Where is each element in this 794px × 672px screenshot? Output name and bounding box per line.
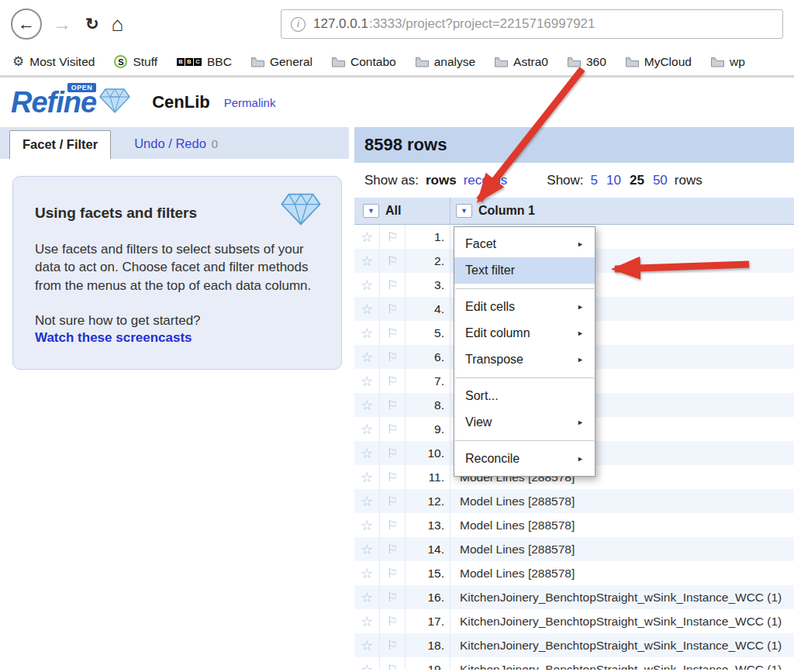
flag-icon[interactable]: ⚐	[380, 273, 406, 297]
flag-icon[interactable]: ⚐	[380, 441, 406, 465]
bookmark-360[interactable]: 360	[568, 55, 606, 69]
show-as-rows[interactable]: rows	[426, 173, 457, 188]
star-icon[interactable]: ☆	[354, 513, 380, 537]
screencasts-link[interactable]: Watch these screencasts	[35, 330, 192, 345]
flag-icon[interactable]: ⚐	[380, 609, 406, 633]
submenu-arrow-icon: ►	[577, 356, 584, 364]
bookmark-stuff[interactable]: SStuff	[114, 55, 157, 69]
column1-label: Column 1	[478, 204, 535, 218]
url-bar[interactable]: i 127.0.0.1:3333/project?project=2215716…	[281, 9, 783, 39]
star-icon[interactable]: ☆	[354, 369, 380, 393]
reload-button[interactable]: ↻	[85, 15, 99, 33]
all-dropdown-button[interactable]: ▼	[363, 204, 379, 218]
bookmark-general[interactable]: General	[251, 55, 312, 69]
flag-icon[interactable]: ⚐	[380, 513, 406, 537]
flag-icon[interactable]: ⚐	[380, 537, 406, 561]
star-icon[interactable]: ☆	[354, 225, 380, 249]
page-size-5[interactable]: 5	[591, 173, 598, 188]
flag-icon[interactable]: ⚐	[380, 657, 406, 670]
flag-icon[interactable]: ⚐	[380, 369, 406, 393]
bookmark-most-visited[interactable]: ⚙Most Visited	[12, 53, 95, 70]
star-icon[interactable]: ☆	[354, 393, 380, 417]
tab-undo-redo[interactable]: Undo / Redo 0	[134, 130, 218, 159]
menu-item-transpose[interactable]: Transpose►	[454, 346, 595, 373]
menu-item-edit-column[interactable]: Edit column►	[454, 320, 595, 346]
flag-icon[interactable]: ⚐	[380, 393, 406, 417]
table-row: ☆⚐16.KitchenJoinery_BenchtopStraight_wSi…	[354, 585, 794, 609]
flag-icon[interactable]: ⚐	[380, 321, 406, 345]
menu-item-label: View	[465, 415, 492, 429]
page-size-10[interactable]: 10	[606, 173, 621, 188]
tab-facet-filter[interactable]: Facet / Filter	[9, 130, 111, 159]
star-icon[interactable]: ☆	[354, 297, 380, 321]
star-icon[interactable]: ☆	[354, 441, 380, 465]
bookmark-contabo[interactable]: Contabo	[332, 55, 396, 69]
bookmark-analyse[interactable]: analyse	[416, 55, 475, 69]
menu-item-view[interactable]: View►	[454, 409, 595, 436]
star-icon[interactable]: ☆	[354, 537, 380, 561]
openrefine-logo[interactable]: Refine OPEN	[11, 86, 130, 119]
cell-value[interactable]: KitchenJoinery_BenchtopStraight_wSink_In…	[451, 633, 782, 657]
menu-item-sort[interactable]: Sort...	[454, 383, 595, 409]
cell-value[interactable]: Model Lines [288578]	[451, 489, 575, 513]
menu-item-text-filter[interactable]: Text filter	[454, 257, 595, 284]
cell-value[interactable]: Model Lines [288578]	[451, 513, 575, 537]
flag-icon[interactable]: ⚐	[380, 489, 406, 513]
star-icon[interactable]: ☆	[354, 417, 380, 441]
star-icon[interactable]: ☆	[354, 657, 380, 670]
flag-icon[interactable]: ⚐	[380, 417, 406, 441]
flag-icon[interactable]: ⚐	[380, 249, 406, 273]
star-icon[interactable]: ☆	[354, 561, 380, 585]
back-button[interactable]: ←	[11, 9, 42, 40]
menu-item-edit-cells[interactable]: Edit cells►	[454, 294, 595, 320]
star-icon[interactable]: ☆	[354, 585, 380, 609]
bookmark-wp[interactable]: wp	[711, 55, 745, 69]
bookmark-mycloud[interactable]: MyCloud	[626, 55, 692, 69]
menu-item-label: Sort...	[465, 389, 499, 403]
folder-icon	[568, 57, 581, 67]
flag-icon[interactable]: ⚐	[380, 633, 406, 657]
bookmark-astra0[interactable]: Astra0	[495, 55, 548, 69]
facet-panel-body: Using facets and filters Use facets and …	[0, 159, 354, 670]
flag-icon[interactable]: ⚐	[380, 465, 406, 489]
flag-icon[interactable]: ⚐	[380, 297, 406, 321]
flag-icon[interactable]: ⚐	[380, 585, 406, 609]
row-number: 17.	[406, 609, 451, 633]
gear-icon: ⚙	[12, 53, 24, 70]
menu-item-facet[interactable]: Facet►	[454, 231, 595, 257]
row-number: 18.	[406, 633, 451, 657]
flag-icon[interactable]: ⚐	[380, 225, 406, 249]
show-as-records[interactable]: records	[464, 173, 508, 188]
star-icon[interactable]: ☆	[354, 273, 380, 297]
star-icon[interactable]: ☆	[354, 345, 380, 369]
cell-value[interactable]: KitchenJoinery_BenchtopStraight_wSink_In…	[451, 585, 782, 609]
home-button[interactable]: ⌂	[112, 12, 124, 36]
flag-icon[interactable]: ⚐	[380, 345, 406, 369]
bookmark-bbc[interactable]: BBCBBC	[177, 55, 232, 69]
site-info-icon[interactable]: i	[291, 17, 306, 32]
star-icon[interactable]: ☆	[354, 249, 380, 273]
bookmark-label: General	[270, 55, 312, 69]
star-icon[interactable]: ☆	[354, 633, 380, 657]
forward-button[interactable]: →	[53, 13, 71, 35]
page-size-25[interactable]: 25	[630, 173, 644, 188]
star-icon[interactable]: ☆	[354, 489, 380, 513]
flag-icon[interactable]: ⚐	[380, 561, 406, 585]
menu-item-reconcile[interactable]: Reconcile►	[454, 446, 595, 472]
all-column-header: ▼ All	[354, 198, 451, 224]
cell-value[interactable]: KitchenJoinery_BenchtopStraight_wSink_In…	[451, 657, 782, 670]
cell-value[interactable]: Model Lines [288578]	[451, 561, 575, 585]
permalink-link[interactable]: Permalink	[224, 96, 276, 109]
page-size-50[interactable]: 50	[653, 173, 668, 188]
row-number: 8.	[406, 393, 451, 417]
bookmark-label: BBC	[207, 55, 232, 69]
star-icon[interactable]: ☆	[354, 321, 380, 345]
menu-item-label: Reconcile	[465, 452, 520, 466]
row-number: 19.	[406, 657, 451, 670]
star-icon[interactable]: ☆	[354, 465, 380, 489]
star-icon[interactable]: ☆	[354, 609, 380, 633]
folder-icon	[251, 57, 264, 67]
cell-value[interactable]: Model Lines [288578]	[451, 537, 575, 561]
column1-dropdown-button[interactable]: ▼	[456, 204, 472, 218]
cell-value[interactable]: KitchenJoinery_BenchtopStraight_wSink_In…	[451, 609, 782, 633]
